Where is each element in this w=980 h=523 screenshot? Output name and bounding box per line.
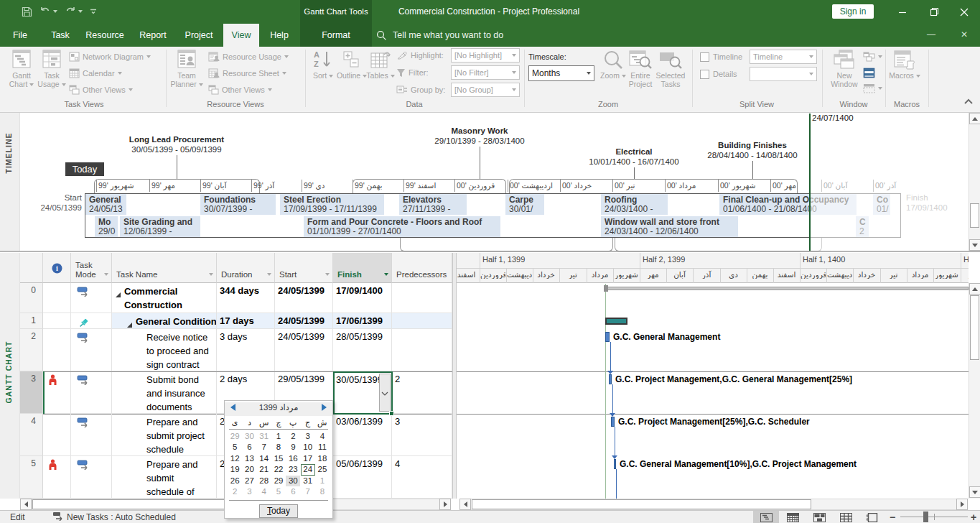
calendar-day[interactable]: 22 <box>271 464 286 475</box>
today-button[interactable]: Today <box>259 504 298 518</box>
resource-sheet-button[interactable]: Resource Sheet <box>208 68 286 79</box>
cell-pred[interactable] <box>392 283 452 313</box>
column-header-name[interactable]: Task Name <box>112 253 217 283</box>
zoom-slider-handle[interactable] <box>923 512 928 522</box>
scroll-right-button[interactable] <box>439 499 451 510</box>
calendar-day[interactable]: 31 <box>301 476 315 486</box>
no-filter-dropdown[interactable]: [No Filter] <box>451 65 520 80</box>
calendar-day[interactable]: 28 <box>257 476 271 486</box>
date-dropdown-button[interactable] <box>379 374 391 412</box>
calendar-day[interactable]: 8 <box>271 442 286 453</box>
cell-name[interactable]: Prepare and submit project schedule <box>112 414 217 456</box>
timescale-dropdown[interactable]: Months <box>528 65 594 81</box>
macros-button[interactable]: Macros <box>887 48 923 100</box>
calendar-button[interactable]: Calendar <box>69 68 122 79</box>
resource-usage-button[interactable]: Resource Usage <box>208 51 289 63</box>
calendar-day[interactable]: 1 <box>315 476 330 486</box>
calendar-day[interactable]: 7 <box>301 486 315 497</box>
calendar-day[interactable]: 21 <box>257 464 271 475</box>
tab-format[interactable]: Format <box>300 24 372 47</box>
collapse-ribbon-button[interactable] <box>963 98 974 106</box>
tab-report[interactable]: Report <box>130 24 176 47</box>
calendar-day[interactable]: 9 <box>286 442 300 453</box>
cell-name[interactable]: Receive notice to proceed and sign contr… <box>112 329 217 371</box>
cell-pred[interactable]: 3 <box>392 414 452 456</box>
column-filter-caret-icon[interactable] <box>104 269 108 278</box>
column-filter-caret-icon[interactable] <box>384 269 388 278</box>
timeline-bar[interactable]: General24/05/13 <box>85 194 126 215</box>
window-close-small-button[interactable]: ✕ <box>958 28 971 41</box>
restore-button[interactable] <box>918 0 950 24</box>
scroll-left-button[interactable] <box>20 499 32 510</box>
cell-pred[interactable] <box>392 329 452 371</box>
column-header-mode[interactable]: TaskMode <box>71 253 112 283</box>
calendar-day[interactable]: 14 <box>257 453 271 464</box>
scrollbar-thumb[interactable] <box>970 203 979 228</box>
other-views-resource-button[interactable]: Other Views <box>208 84 272 96</box>
minimize-button[interactable] <box>887 0 918 24</box>
view-gantt-button[interactable] <box>753 511 779 523</box>
column-header-num[interactable] <box>20 253 43 283</box>
cell-info[interactable] <box>43 456 71 499</box>
calendar-day[interactable]: 29 <box>228 431 242 442</box>
task-usage-button[interactable]: TaskUsage <box>34 48 70 100</box>
calendar-day[interactable]: 25 <box>315 464 330 475</box>
cell-dur[interactable]: 344 days <box>217 283 275 313</box>
cell-name[interactable]: General Conditions <box>112 313 217 329</box>
cell-mode[interactable] <box>71 456 112 499</box>
row-number[interactable]: 0 <box>20 283 43 313</box>
undo-caret-icon[interactable] <box>53 10 57 13</box>
calendar-day[interactable]: 18 <box>315 453 330 464</box>
network-diagram-button[interactable]: Network Diagram <box>69 51 151 63</box>
other-views-button[interactable]: Other Views <box>69 84 133 96</box>
cell-info[interactable] <box>43 371 71 414</box>
column-filter-caret-icon[interactable] <box>325 269 330 278</box>
calendar-day[interactable]: 15 <box>271 453 286 464</box>
calendar-day[interactable]: 17 <box>301 453 315 464</box>
row-number[interactable]: 1 <box>20 313 43 329</box>
row-number[interactable]: 5 <box>20 456 43 499</box>
tab-help[interactable]: Help <box>261 24 297 47</box>
calendar-day[interactable]: 30 <box>286 476 300 486</box>
timeline-bar[interactable]: Foundations30/07/1399 - <box>200 194 276 215</box>
cell-start[interactable]: 24/05/1399 <box>275 313 333 329</box>
column-header-info[interactable]: i <box>43 253 71 283</box>
view-task-usage-button[interactable] <box>780 511 806 523</box>
timeline-bar[interactable]: Window wall and store front24/03/1400 - … <box>601 216 738 237</box>
tab-file[interactable]: File <box>2 24 38 47</box>
calendar-day[interactable]: 6 <box>242 442 256 453</box>
calendar-day[interactable]: 16 <box>286 453 300 464</box>
column-header-finish[interactable]: Finish <box>333 253 392 283</box>
details-dropdown[interactable] <box>750 67 817 81</box>
cell-info[interactable] <box>43 414 71 456</box>
tell-me-box[interactable]: Tell me what you want to do <box>376 24 503 47</box>
cell-pred[interactable]: 2 <box>392 371 452 414</box>
tab-task[interactable]: Task <box>42 24 78 47</box>
zoom-out-button[interactable]: − <box>890 512 895 523</box>
row-number[interactable]: 3 <box>20 371 43 414</box>
calendar-day[interactable]: 2 <box>286 431 300 442</box>
unhide-window-button[interactable] <box>863 83 882 94</box>
calendar-day[interactable]: 7 <box>257 442 271 453</box>
cell-start[interactable]: 24/05/1399 <box>275 329 333 371</box>
timeline-dropdown[interactable]: Timeline <box>750 50 817 64</box>
row-number[interactable]: 2 <box>20 329 43 371</box>
scroll-down-button[interactable] <box>969 239 980 251</box>
details-checkbox[interactable] <box>700 70 709 79</box>
column-filter-caret-icon[interactable] <box>267 269 271 278</box>
cell-finish[interactable]: 05/06/1399 <box>333 456 392 499</box>
calendar-day[interactable]: 2 <box>228 486 242 497</box>
timeline-bar[interactable]: Elevators27/11/1399 - <box>399 194 467 215</box>
cell-finish[interactable]: 17/09/1400 <box>333 283 392 313</box>
expand-triangle-icon[interactable] <box>126 318 133 329</box>
calendar-day[interactable]: 1 <box>271 431 286 442</box>
scrollbar-thumb[interactable] <box>970 295 979 360</box>
cell-mode[interactable] <box>71 329 112 371</box>
cell-mode[interactable] <box>71 371 112 414</box>
task-bar[interactable] <box>614 459 616 469</box>
cell-info[interactable] <box>43 283 71 313</box>
cell-info[interactable] <box>43 329 71 371</box>
new-window-button[interactable]: NewWindow <box>826 48 862 100</box>
timeline-vertical-scrollbar[interactable] <box>969 113 980 251</box>
timeline-bar[interactable]: Site Grading and12/06/1399 - <box>120 216 200 237</box>
